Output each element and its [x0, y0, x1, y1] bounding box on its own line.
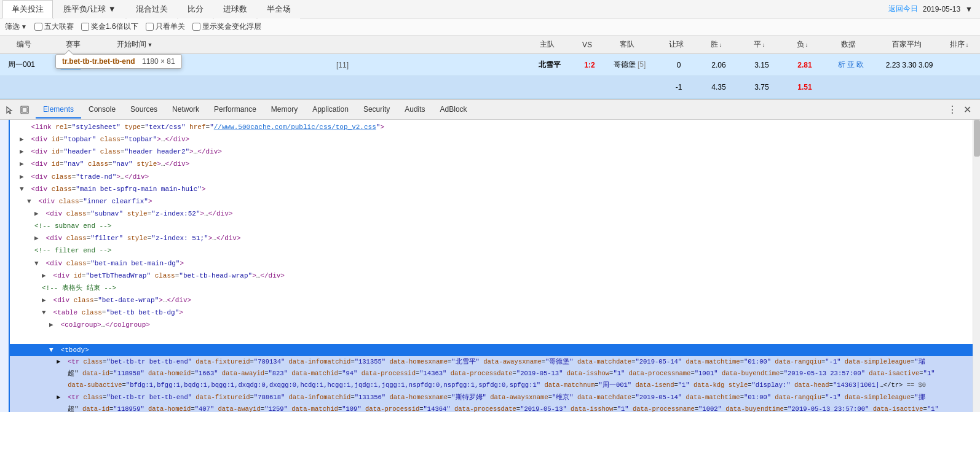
col-draw-label: 平 — [754, 39, 761, 50]
tab-elements[interactable]: Elements — [36, 101, 81, 119]
col-time[interactable]: 开始时间 ▼ — [101, 39, 168, 50]
elements-content: <link rel="stylesheet" type="text/css" h… — [0, 120, 980, 412]
elem-line-stylesheet: <link rel="stylesheet" type="text/css" h… — [10, 121, 973, 133]
col-win[interactable]: 胜 ↓ — [695, 39, 738, 50]
col-time-label: 开始时间 — [117, 39, 146, 50]
row2-draw[interactable]: 3.75 — [740, 83, 783, 92]
elem-line-nav[interactable]: ▶ <div id="nav" class="nav" style>…</div… — [10, 158, 973, 170]
row-draw-0[interactable]: 3.15 — [740, 61, 783, 69]
filter-single[interactable]: 只看单关 — [146, 21, 185, 32]
row-home: 北雪平 — [519, 60, 580, 70]
filter-float[interactable]: 显示奖金变化浮层 — [192, 21, 261, 32]
col-sort-label: 排序 — [950, 39, 965, 50]
elem-line-tr1-line3[interactable]: data-subactive="bfdg:1,bfgg:1,bqdg:1,bqg… — [10, 380, 973, 391]
return-today[interactable]: 返回今日 — [888, 4, 918, 14]
tab-single-bet[interactable]: 单关投注 — [2, 0, 53, 18]
svg-rect-1 — [22, 107, 27, 112]
filter-icon: ▼ — [21, 23, 27, 30]
elements-panel[interactable]: <link rel="stylesheet" type="text/css" h… — [10, 120, 973, 412]
row2-win[interactable]: 4.35 — [697, 83, 740, 92]
tab-right-section: 返回今日 2019-05-13 ▼ — [888, 4, 978, 14]
tab-sources[interactable]: Sources — [123, 101, 165, 119]
elem-line-tr1-line1[interactable]: ► <tr class="bet-tb-tr bet-tb-end" data-… — [10, 356, 973, 368]
tab-half-full[interactable]: 半全场 — [258, 0, 300, 18]
filter-top5-checkbox[interactable] — [34, 23, 42, 31]
handicap-label: [11] — [336, 61, 349, 69]
elem-line-blank — [10, 331, 973, 343]
table-header: 编号 赛事 开始时间 ▼ 主队 VS 客队 让球 胜 ↓ 平 ↓ 负 ↓ 数据 … — [0, 36, 980, 54]
elem-line-tr1-line2[interactable]: 超" data-id="118958" data-homeid="1663" d… — [10, 368, 973, 380]
elem-line-tr2-line2[interactable]: 超" data-id="118959" data-homeid="407" da… — [10, 403, 973, 412]
tab-win-lose[interactable]: 胜平负/让球▼ — [54, 0, 125, 18]
filter-label: 筛选 — [5, 21, 20, 32]
filter-single-label: 只看单关 — [156, 21, 185, 32]
scrollbar[interactable] — [973, 120, 980, 412]
elem-line-date-wrap[interactable]: ▶ <div class="bet-date-wrap">…</div> — [10, 294, 973, 306]
date-display: 2019-05-13 — [923, 5, 960, 14]
tab-goals[interactable]: 进球数 — [214, 0, 256, 18]
scrollbar-thumb[interactable] — [974, 120, 980, 157]
elem-line-tbody-selected[interactable]: ▼ <tbody> — [10, 344, 973, 356]
col-win-label: 胜 — [711, 39, 718, 50]
col-sort[interactable]: 排序 ↓ — [941, 39, 978, 50]
row-win-0[interactable]: 2.06 — [697, 61, 740, 69]
devtools-icon-box[interactable] — [18, 104, 31, 116]
col-avg: 百家平均 — [873, 39, 941, 50]
row-away-suffix: [5] — [638, 60, 646, 69]
row-score: 1:2 — [580, 61, 599, 69]
tab-security[interactable]: Security — [356, 101, 397, 119]
elem-line-colgroup[interactable]: ▶ <colgroup>…</colgroup> — [10, 319, 973, 331]
filter-bar: 筛选 ▼ 五大联赛 奖金1.6倍以下 只看单关 显示奖金变化浮层 — [0, 18, 980, 36]
tab-score[interactable]: 比分 — [178, 0, 213, 18]
col-lose-sort: ↓ — [805, 42, 808, 48]
filter-float-checkbox[interactable] — [192, 23, 200, 31]
elem-line-tr2-line1[interactable]: ► <tr class="bet-tb-tr bet-tb-end" data-… — [10, 392, 973, 403]
filter-float-label: 显示奖金变化浮层 — [202, 21, 261, 32]
col-data: 数据 — [824, 39, 873, 50]
elem-line-betmain[interactable]: ▼ <div class="bet-main bet-main-dg"> — [10, 257, 973, 270]
col-match: 赛事 — [45, 39, 101, 50]
col-draw[interactable]: 平 ↓ — [738, 39, 781, 50]
elem-line-comment-subnav: <!-- subnav end --> — [10, 220, 973, 232]
elem-line-topbar[interactable]: ▶ <div id="topbar" class="topbar">…</div… — [10, 133, 973, 146]
row-lose-0[interactable]: 2.81 — [783, 61, 826, 69]
elem-line-table[interactable]: ▼ <table class="bet-tb bet-tb-dg"> — [10, 306, 973, 319]
tab-memory[interactable]: Memory — [264, 101, 305, 119]
tab-adblock[interactable]: AdBlock — [433, 101, 475, 119]
filter-top5[interactable]: 五大联赛 — [34, 21, 74, 32]
tab-network[interactable]: Network — [165, 101, 207, 119]
filter-odds-checkbox[interactable] — [81, 23, 89, 31]
elem-line-trade[interactable]: ▶ <div class="trade-nd">…</div> — [10, 171, 973, 183]
top-area: 单关投注 胜平负/让球▼ 混合过关 比分 进球数 半全场 返回今日 2019-0… — [0, 0, 980, 99]
elem-line-subnav[interactable]: ▶ <div class="subnav" style="z-index:52"… — [10, 208, 973, 220]
devtools-icon-cursor[interactable] — [4, 104, 16, 116]
tab-console[interactable]: Console — [81, 101, 123, 119]
tab-performance[interactable]: Performance — [207, 101, 264, 119]
elem-line-inner[interactable]: ▼ <div class="inner clearfix"> — [10, 195, 973, 208]
row-data[interactable]: 析 亚 欧 — [826, 60, 875, 70]
col-time-sort-icon: ▼ — [148, 42, 153, 48]
col-lose-label: 负 — [797, 39, 804, 50]
data-row-1: -1 4.35 3.75 1.51 — [0, 76, 980, 98]
tab-audits[interactable]: Audits — [397, 101, 432, 119]
col-lose[interactable]: 负 ↓ — [781, 39, 824, 50]
filter-button[interactable]: 筛选 ▼ — [5, 21, 27, 32]
devtools-more-icon[interactable]: ⋮ — [947, 104, 957, 115]
line-indicator — [0, 120, 10, 412]
tab-application[interactable]: Application — [305, 101, 356, 119]
tab-parlay[interactable]: 混合过关 — [127, 0, 177, 18]
date-dropdown-icon[interactable]: ▼ — [965, 5, 973, 14]
row2-lose[interactable]: 1.51 — [783, 83, 826, 92]
filter-odds-label: 奖金1.6倍以下 — [91, 21, 138, 32]
filter-top5-label: 五大联赛 — [44, 21, 74, 32]
elem-line-thead-wrap[interactable]: ▶ <div id="betTbTheadWrap" class="bet-tb… — [10, 270, 973, 282]
filter-odds[interactable]: 奖金1.6倍以下 — [81, 21, 138, 32]
col-win-sort: ↓ — [719, 42, 722, 48]
elem-line-main[interactable]: ▼ <div class="main bet-spfrq-main main-h… — [10, 183, 973, 195]
devtools-close-icon[interactable]: ✕ — [963, 104, 971, 115]
elem-line-header[interactable]: ▶ <div id="header" class="header header2… — [10, 146, 973, 158]
devtools-panel: Elements Console Sources Network Perform… — [0, 99, 980, 412]
filter-single-checkbox[interactable] — [146, 23, 154, 31]
elem-line-filter[interactable]: ▶ <div class="filter" style="z-index: 51… — [10, 232, 973, 244]
col-id: 编号 — [2, 39, 45, 50]
